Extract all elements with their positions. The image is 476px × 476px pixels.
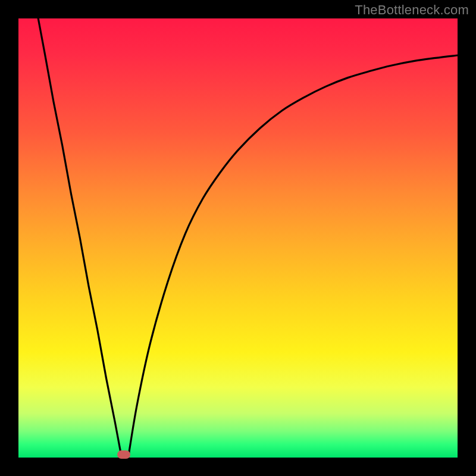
watermark-text: TheBottleneck.com [355,2,469,18]
min-marker [117,450,130,459]
plot-area [18,18,458,458]
chart-frame: TheBottleneck.com [0,0,476,476]
curve-path [38,18,458,458]
bottleneck-curve [18,18,458,458]
